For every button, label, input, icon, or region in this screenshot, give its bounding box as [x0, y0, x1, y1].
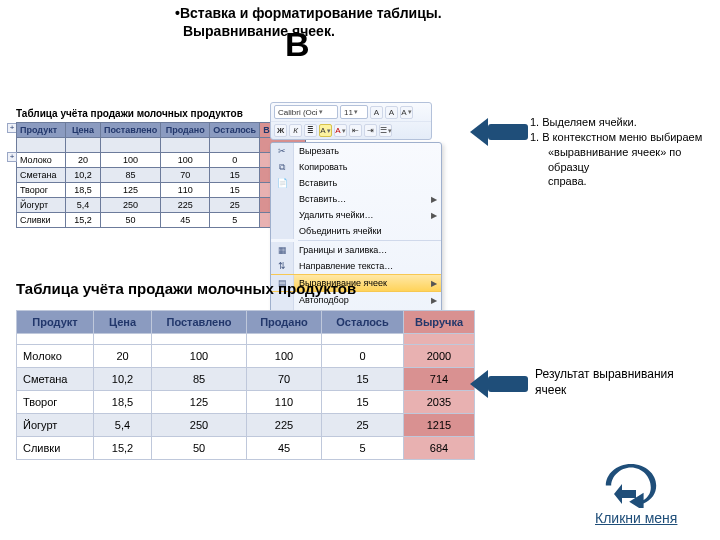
- menu-item-label: Границы и заливка…: [299, 245, 387, 255]
- table2: Продукт Цена Поставлено Продано Осталось…: [16, 310, 475, 460]
- menu-item-icon: [271, 223, 294, 239]
- fontcolor-dropdown[interactable]: А: [334, 124, 347, 137]
- increase-indent-button[interactable]: ⇥: [364, 124, 377, 137]
- step-2c: справа.: [548, 174, 710, 189]
- table-row: Молоко2010010002000: [17, 345, 475, 368]
- arrow-left-icon: [470, 118, 528, 146]
- col-left: Осталось: [322, 311, 404, 334]
- menu-item[interactable]: ⇅Направление текста…: [271, 258, 441, 274]
- menu-item[interactable]: Удалить ячейки…▶: [271, 207, 441, 223]
- table-row: Сметана10,2857015714: [17, 168, 306, 183]
- styles-dropdown[interactable]: A: [400, 106, 413, 119]
- align-button[interactable]: ≣: [304, 124, 317, 137]
- click-me-link[interactable]: Кликни меня: [595, 510, 677, 526]
- shrink-font-button[interactable]: A: [385, 106, 398, 119]
- col-product: Продукт: [17, 123, 66, 138]
- menu-item-label: Вставить…: [299, 194, 346, 204]
- table-row: Творог18,5125110152035: [17, 391, 475, 414]
- context-menu: ✂Вырезать⧉Копировать📄ВставитьВставить…▶У…: [270, 142, 442, 325]
- menu-item[interactable]: ✂Вырезать: [271, 143, 441, 159]
- submenu-arrow-icon: ▶: [431, 211, 437, 220]
- table-row: Сметана10,2857015714: [17, 368, 475, 391]
- instruction-steps: 1. Выделяем ячейки. 1. В контекстном мен…: [530, 115, 710, 189]
- table1-caption: Таблица учёта продажи молочных продуктов: [16, 108, 243, 119]
- menu-item[interactable]: Вставить…▶: [271, 191, 441, 207]
- font-dropdown[interactable]: Calibri (Осі: [274, 105, 338, 119]
- col-product: Продукт: [17, 311, 94, 334]
- submenu-arrow-icon: ▶: [431, 279, 437, 288]
- table1-header-row: Продукт Цена Поставлено Продано Осталось…: [17, 123, 306, 138]
- highlight-dropdown[interactable]: А: [319, 124, 332, 137]
- table-row: Йогурт5,4250225251215: [17, 414, 475, 437]
- menu-item-icon: ⧉: [271, 159, 294, 175]
- table1: Продукт Цена Поставлено Продано Осталось…: [16, 122, 306, 228]
- table-row: Сливки15,250455684: [17, 213, 306, 228]
- title-line2: Выравнивание ячеек.: [183, 23, 335, 39]
- step-2a: 1. В контекстном меню выбираем: [530, 130, 710, 145]
- back-arrow-icon[interactable]: [604, 464, 664, 508]
- table-row: Творог18,5125110152035: [17, 183, 306, 198]
- col-sold: Продано: [247, 311, 322, 334]
- decrease-indent-button[interactable]: ⇤: [349, 124, 362, 137]
- arrow-left-icon: [470, 370, 528, 398]
- submenu-arrow-icon: ▶: [431, 296, 437, 305]
- table-row: Молоко2010010002000: [17, 153, 306, 168]
- table-row: Сливки15,250455684: [17, 437, 475, 460]
- col-supplied: Поставлено: [101, 123, 161, 138]
- menu-item[interactable]: ⧉Копировать: [271, 159, 441, 175]
- menu-item-label: Направление текста…: [299, 261, 393, 271]
- menu-item-label: Удалить ячейки…: [299, 210, 373, 220]
- menu-item[interactable]: ▦Границы и заливка…: [271, 242, 441, 258]
- bullets-dropdown[interactable]: ☰: [379, 124, 392, 137]
- col-left: Осталось: [210, 123, 260, 138]
- menu-item-icon: [271, 191, 294, 207]
- col-price: Цена: [94, 311, 152, 334]
- title-line1: Вставка и форматирование таблицы.: [180, 5, 442, 21]
- grow-font-button[interactable]: A: [370, 106, 383, 119]
- col-sold: Продано: [161, 123, 210, 138]
- bold-button[interactable]: Ж: [274, 124, 287, 137]
- menu-item[interactable]: 📄Вставить: [271, 175, 441, 191]
- menu-item-icon: ▦: [271, 242, 294, 258]
- fontsize-dropdown[interactable]: 11: [340, 105, 368, 119]
- menu-item-icon: 📄: [271, 175, 294, 191]
- table2-header-row: Продукт Цена Поставлено Продано Осталось…: [17, 311, 475, 334]
- menu-item-label: Вырезать: [299, 146, 339, 156]
- italic-button[interactable]: К: [289, 124, 302, 137]
- step-1: 1. Выделяем ячейки.: [530, 115, 710, 130]
- table-row: Йогурт5,4250225251215: [17, 198, 306, 213]
- submenu-arrow-icon: ▶: [431, 195, 437, 204]
- col-price: Цена: [66, 123, 101, 138]
- menu-item-icon: [271, 207, 294, 223]
- menu-item-label: Копировать: [299, 162, 347, 172]
- menu-item-icon: ✂: [271, 143, 294, 159]
- menu-item-label: Вставить: [299, 178, 337, 188]
- outline-toggle-icon[interactable]: +: [7, 152, 17, 162]
- menu-item-icon: ⇅: [271, 258, 294, 274]
- menu-item[interactable]: Объединить ячейки: [271, 223, 441, 239]
- table-row: [17, 138, 306, 153]
- table-spacer: [17, 334, 475, 345]
- step-2b: «выравнивание ячеек» по образцу: [548, 145, 710, 175]
- col-supplied: Поставлено: [152, 311, 247, 334]
- col-revenue: Выручка: [404, 311, 475, 334]
- result-label: Результат выравнивания ячеек: [535, 366, 695, 398]
- mini-toolbar: Calibri (Осі 11 A A A Ж К ≣ А А ⇤ ⇥ ☰: [270, 102, 432, 140]
- menu-item-label: Объединить ячейки: [299, 226, 381, 236]
- table2-caption: Таблица учёта продажи молочных продуктов: [16, 280, 356, 297]
- big-letter: В: [285, 25, 310, 64]
